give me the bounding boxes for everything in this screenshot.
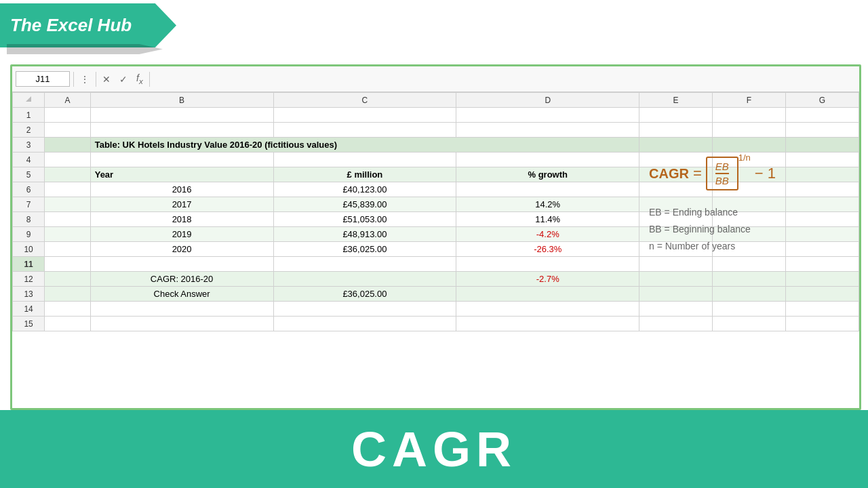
cell-12-1[interactable]: CAGR: 2016-20 — [90, 272, 273, 287]
row-header-12[interactable]: 12 — [13, 272, 45, 287]
cell-12-5[interactable] — [713, 272, 786, 287]
cell-15-1[interactable] — [90, 317, 273, 331]
cell-10-1[interactable]: 2020 — [90, 242, 273, 257]
cell-2-4[interactable] — [639, 123, 713, 138]
cell-11-0[interactable] — [45, 257, 90, 272]
row-header-7[interactable]: 7 — [13, 197, 45, 212]
cell-7-3[interactable]: 14.2% — [456, 197, 639, 212]
cell-14-5[interactable] — [713, 302, 786, 317]
cell-13-0[interactable] — [45, 287, 90, 302]
cell-8-0[interactable] — [45, 212, 90, 227]
confirm-icon[interactable]: ✓ — [117, 73, 130, 86]
cell-14-2[interactable] — [273, 302, 456, 317]
cell-1-5[interactable] — [713, 108, 786, 123]
cell-14-4[interactable] — [639, 302, 713, 317]
cell-4-0[interactable] — [45, 152, 90, 167]
col-header-b[interactable]: B — [90, 93, 273, 108]
cell-11-3[interactable] — [456, 257, 639, 272]
cell-2-6[interactable] — [786, 123, 859, 138]
cell-13-1[interactable]: Check Answer — [90, 287, 273, 302]
cell-6-0[interactable] — [45, 182, 90, 197]
cell-5-0[interactable] — [45, 167, 90, 182]
cell-6-3[interactable] — [456, 182, 639, 197]
cell-11-5[interactable] — [713, 257, 786, 272]
cell-1-1[interactable] — [90, 108, 273, 123]
cell-14-0[interactable] — [45, 302, 90, 317]
menu-dots-icon[interactable]: ⋮ — [77, 73, 92, 86]
cell-9-2[interactable]: £48,913.00 — [273, 227, 456, 242]
cell-15-6[interactable] — [786, 317, 859, 331]
cell-1-2[interactable] — [273, 108, 456, 123]
col-header-a[interactable]: A — [45, 93, 90, 108]
cell-12-3[interactable]: -2.7% — [456, 272, 639, 287]
cell-3-6[interactable] — [786, 138, 859, 152]
row-header-9[interactable]: 9 — [13, 227, 45, 242]
cell-12-2[interactable] — [273, 272, 456, 287]
row-header-6[interactable]: 6 — [13, 182, 45, 197]
cell-2-5[interactable] — [713, 123, 786, 138]
cell-2-3[interactable] — [456, 123, 639, 138]
cell-2-1[interactable] — [90, 123, 273, 138]
row-header-14[interactable]: 14 — [13, 302, 45, 317]
cell-8-2[interactable]: £51,053.00 — [273, 212, 456, 227]
cell-11-1[interactable] — [90, 257, 273, 272]
col-header-f[interactable]: F — [713, 93, 786, 108]
table-row[interactable]: 3Table: UK Hotels Industry Value 2016-20… — [13, 138, 859, 152]
formula-input[interactable] — [153, 72, 856, 86]
row-header-10[interactable]: 10 — [13, 242, 45, 257]
col-header-e[interactable]: E — [639, 93, 713, 108]
cell-14-6[interactable] — [786, 302, 859, 317]
col-header-d[interactable]: D — [456, 93, 639, 108]
cell-6-1[interactable]: 2016 — [90, 182, 273, 197]
cell-11-6[interactable] — [786, 257, 859, 272]
row-header-15[interactable]: 15 — [13, 317, 45, 331]
cell-5-1[interactable]: Year — [90, 167, 273, 182]
cell-5-3[interactable]: % growth — [456, 167, 639, 182]
cell-10-0[interactable] — [45, 242, 90, 257]
cell-1-4[interactable] — [639, 108, 713, 123]
cell-4-1[interactable] — [90, 152, 273, 167]
cell-11-4[interactable] — [639, 257, 713, 272]
row-header-8[interactable]: 8 — [13, 212, 45, 227]
cell-12-0[interactable] — [45, 272, 90, 287]
col-header-g[interactable]: G — [786, 93, 859, 108]
cell-9-0[interactable] — [45, 227, 90, 242]
cell-2-2[interactable] — [273, 123, 456, 138]
cell-7-1[interactable]: 2017 — [90, 197, 273, 212]
cell-13-2[interactable]: £36,025.00 — [273, 287, 456, 302]
cell-7-2[interactable]: £45,839.00 — [273, 197, 456, 212]
cell-3-5[interactable] — [713, 138, 786, 152]
table-row[interactable]: 14 — [13, 302, 859, 317]
row-header-2[interactable]: 2 — [13, 123, 45, 138]
cell-15-5[interactable] — [713, 317, 786, 331]
cell-4-2[interactable] — [273, 152, 456, 167]
cell-12-4[interactable] — [639, 272, 713, 287]
table-row[interactable]: 2 — [13, 123, 859, 138]
cell-1-3[interactable] — [456, 108, 639, 123]
cell-13-5[interactable] — [713, 287, 786, 302]
table-row[interactable]: 12CAGR: 2016-20-2.7% — [13, 272, 859, 287]
cell-9-3[interactable]: -4.2% — [456, 227, 639, 242]
cell-3-0[interactable] — [45, 138, 90, 152]
cell-3-4[interactable] — [639, 138, 713, 152]
cell-6-2[interactable]: £40,123.00 — [273, 182, 456, 197]
row-header-5[interactable]: 5 — [13, 167, 45, 182]
row-header-11[interactable]: 11 — [13, 257, 45, 272]
table-row[interactable]: 13Check Answer£36,025.00 — [13, 287, 859, 302]
cell-5-2[interactable]: £ million — [273, 167, 456, 182]
cell-13-4[interactable] — [639, 287, 713, 302]
cell-1-0[interactable] — [45, 108, 90, 123]
row-header-3[interactable]: 3 — [13, 138, 45, 152]
cell-15-0[interactable] — [45, 317, 90, 331]
cell-8-1[interactable]: 2018 — [90, 212, 273, 227]
cell-2-0[interactable] — [45, 123, 90, 138]
cell-11-2[interactable] — [273, 257, 456, 272]
row-header-4[interactable]: 4 — [13, 152, 45, 167]
row-header-13[interactable]: 13 — [13, 287, 45, 302]
cancel-icon[interactable]: ✕ — [100, 73, 113, 86]
cell-8-3[interactable]: 11.4% — [456, 212, 639, 227]
cell-1-6[interactable] — [786, 108, 859, 123]
table-row[interactable]: 11 — [13, 257, 859, 272]
cell-10-2[interactable]: £36,025.00 — [273, 242, 456, 257]
cell-13-3[interactable] — [456, 287, 639, 302]
